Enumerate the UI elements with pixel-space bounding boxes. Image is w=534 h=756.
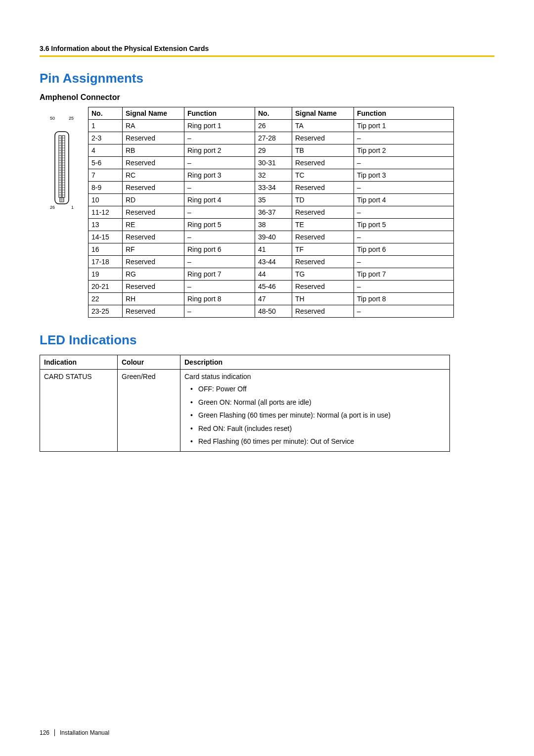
subheading-amphenol: Amphenol Connector	[40, 93, 494, 102]
cell-f1: –	[184, 132, 255, 144]
cell-n2: 30-31	[255, 157, 292, 169]
section-header: 3.6 Information about the Physical Exten…	[40, 45, 494, 52]
cell-f1: Ring port 5	[184, 219, 255, 231]
cell-n1: 14-15	[89, 231, 123, 243]
col-no-1: No.	[89, 107, 123, 120]
cell-n1: 17-18	[89, 256, 123, 268]
cell-n1: 8-9	[89, 182, 123, 194]
led-item: Green ON: Normal (all ports are idle)	[184, 396, 445, 409]
conn-label-25: 25	[69, 116, 74, 121]
cell-f1: –	[184, 256, 255, 268]
pin-row: 1RARing port 126TATip port 1	[89, 120, 454, 132]
pin-row: 19RGRing port 744TGTip port 7	[89, 268, 454, 281]
col-description: Description	[180, 355, 450, 370]
cell-f2: Tip port 6	[354, 243, 454, 256]
cell-s2: Reserved	[292, 206, 354, 219]
cell-s2: Reserved	[292, 256, 354, 268]
cell-f1: –	[184, 231, 255, 243]
led-indications-table: Indication Colour Description CARD STATU…	[40, 355, 450, 452]
cell-n2: 35	[255, 194, 292, 206]
cell-f2: –	[354, 182, 454, 194]
cell-s1: RH	[123, 293, 184, 305]
svg-rect-1	[59, 136, 61, 197]
cell-n2: 27-28	[255, 132, 292, 144]
cell-s1: Reserved	[123, 157, 184, 169]
pin-row: 5-6Reserved–30-31Reserved–	[89, 157, 454, 169]
cell-n1: 16	[89, 243, 123, 256]
cell-s1: RB	[123, 144, 184, 157]
conn-label-50: 50	[50, 116, 55, 121]
cell-s1: RA	[123, 120, 184, 132]
col-func-2: Function	[354, 107, 454, 120]
led-item: Red Flashing (60 times per minute): Out …	[184, 435, 445, 448]
cell-f2: –	[354, 231, 454, 243]
pin-row: 4RBRing port 229TBTip port 2	[89, 144, 454, 157]
pin-row: 8-9Reserved–33-34Reserved–	[89, 182, 454, 194]
heading-led-indications: LED Indications	[40, 332, 494, 348]
connector-icon	[52, 131, 72, 205]
pin-row: 13RERing port 538TETip port 5	[89, 219, 454, 231]
led-colour: Green/Red	[118, 370, 180, 452]
led-desc-title: Card status indication	[184, 373, 251, 380]
cell-f2: –	[354, 281, 454, 293]
cell-n1: 5-6	[89, 157, 123, 169]
cell-n1: 11-12	[89, 206, 123, 219]
col-no-2: No.	[255, 107, 292, 120]
cell-f2: Tip port 2	[354, 144, 454, 157]
cell-s1: Reserved	[123, 256, 184, 268]
col-signal-2: Signal Name	[292, 107, 354, 120]
cell-f2: –	[354, 132, 454, 144]
cell-s2: TC	[292, 169, 354, 182]
svg-rect-0	[55, 132, 69, 204]
col-colour: Colour	[118, 355, 180, 370]
pin-row: 20-21Reserved–45-46Reserved–	[89, 281, 454, 293]
cell-n1: 19	[89, 268, 123, 281]
led-item: OFF: Power Off	[184, 382, 445, 396]
col-func-1: Function	[184, 107, 255, 120]
page-number: 126	[40, 729, 55, 736]
cell-f1: Ring port 4	[184, 194, 255, 206]
cell-n2: 45-46	[255, 281, 292, 293]
cell-n1: 10	[89, 194, 123, 206]
cell-n1: 4	[89, 144, 123, 157]
pin-row: 7RCRing port 332TCTip port 3	[89, 169, 454, 182]
cell-s2: TB	[292, 144, 354, 157]
cell-n1: 7	[89, 169, 123, 182]
heading-pin-assignments: Pin Assignments	[40, 71, 494, 86]
cell-n1: 20-21	[89, 281, 123, 293]
cell-s2: Reserved	[292, 281, 354, 293]
cell-f2: –	[354, 206, 454, 219]
cell-f1: –	[184, 157, 255, 169]
cell-f2: –	[354, 256, 454, 268]
pin-row: 16RFRing port 641TFTip port 6	[89, 243, 454, 256]
doc-title: Installation Manual	[60, 729, 109, 736]
cell-f2: Tip port 8	[354, 293, 454, 305]
cell-n2: 44	[255, 268, 292, 281]
cell-s1: Reserved	[123, 231, 184, 243]
cell-s2: TH	[292, 293, 354, 305]
cell-n2: 41	[255, 243, 292, 256]
cell-n2: 47	[255, 293, 292, 305]
cell-s1: Reserved	[123, 182, 184, 194]
cell-n2: 32	[255, 169, 292, 182]
cell-n2: 38	[255, 219, 292, 231]
cell-n2: 43-44	[255, 256, 292, 268]
pin-row: 17-18Reserved–43-44Reserved–	[89, 256, 454, 268]
cell-s2: TF	[292, 243, 354, 256]
cell-n1: 23-25	[89, 305, 123, 318]
cell-f1: –	[184, 281, 255, 293]
svg-rect-2	[62, 136, 65, 197]
cell-f2: Tip port 4	[354, 194, 454, 206]
cell-f1: Ring port 2	[184, 144, 255, 157]
led-item: Green Flashing (60 times per minute): No…	[184, 409, 445, 422]
cell-f2: –	[354, 305, 454, 318]
cell-s1: Reserved	[123, 132, 184, 144]
pin-assignments-table: No. Signal Name Function No. Signal Name…	[88, 107, 454, 318]
cell-f2: Tip port 7	[354, 268, 454, 281]
cell-s1: RD	[123, 194, 184, 206]
cell-s2: TG	[292, 268, 354, 281]
pin-row: 22RHRing port 847THTip port 8	[89, 293, 454, 305]
cell-s2: TA	[292, 120, 354, 132]
cell-n1: 1	[89, 120, 123, 132]
conn-label-1: 1	[71, 205, 74, 210]
